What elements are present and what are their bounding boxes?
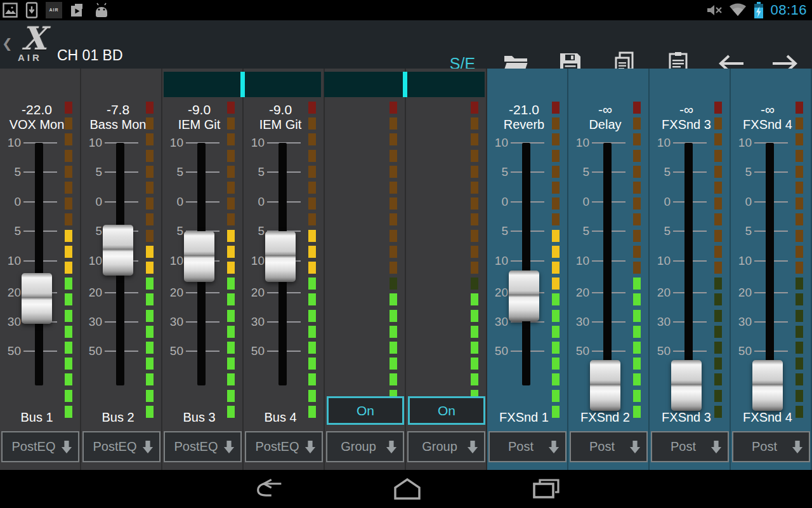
meter-segment (552, 230, 560, 242)
fader-cap[interactable] (671, 360, 702, 411)
meter-segment (796, 230, 803, 242)
meter-segment (633, 117, 641, 130)
tap-dropdown[interactable]: Group (407, 431, 485, 462)
pan-bar[interactable] (164, 72, 321, 97)
tap-dropdown-value: PostEQ (246, 439, 304, 454)
tap-dropdown[interactable]: Post (488, 431, 566, 462)
scale-tick-label: 5 (568, 224, 589, 238)
tap-dropdown[interactable]: Post (732, 431, 810, 462)
back-icon (256, 478, 284, 500)
meter-segment (308, 262, 316, 274)
send-level-value: -9.0 (244, 102, 317, 117)
meter-segment (65, 213, 72, 225)
sends-mixer-area: -22.0VOX Mon1050510203050Bus 1PostEQ-7.8… (0, 69, 812, 470)
meter-segment (65, 230, 72, 242)
scale-tick-label: 5 (0, 165, 21, 179)
meter-segment (471, 117, 478, 130)
meter-segment (308, 102, 316, 114)
tap-dropdown-value: Post (490, 439, 548, 454)
meter-segment (714, 166, 722, 178)
scale-tick-label: 5 (487, 165, 508, 179)
meter-segment (227, 197, 235, 210)
meter-segment (146, 246, 154, 258)
chevron-down-icon (792, 440, 803, 454)
back-chevron-icon[interactable]: ❮ (2, 36, 13, 51)
fader-cap[interactable] (752, 360, 783, 411)
meter-segment (796, 358, 803, 370)
channel-strip-group-6: OnGroup (406, 69, 487, 470)
tap-dropdown[interactable]: Post (570, 431, 648, 462)
meter-segment (390, 150, 397, 162)
meter-segment (552, 326, 560, 338)
scale-tick-label: 30 (162, 315, 183, 329)
meter-segment (633, 390, 641, 402)
tap-dropdown[interactable]: Post (651, 431, 729, 462)
meter-segment (390, 182, 397, 194)
meter-segment (390, 213, 397, 225)
meter-segment (796, 117, 803, 130)
strip-label: Bus 3 (162, 410, 236, 425)
fader-cap[interactable] (509, 271, 539, 321)
meter-segment (146, 230, 154, 242)
fader-cap[interactable] (184, 231, 214, 282)
xair-app-icon: AIR (46, 2, 62, 18)
scale-tick-label: 20 (81, 286, 102, 300)
send-on-button[interactable]: On (408, 396, 485, 425)
tap-dropdown[interactable]: PostEQ (1, 431, 79, 462)
nav-home-button[interactable] (392, 478, 422, 500)
meter-segment (308, 326, 316, 338)
scale-tick-label: 30 (487, 315, 508, 329)
scale-tick-label: 50 (487, 344, 508, 358)
meter-segment (227, 358, 235, 370)
fader-cap[interactable] (103, 225, 133, 276)
meter-segment (714, 117, 722, 130)
tap-dropdown-value: Post (571, 439, 629, 454)
meter-segment (308, 390, 316, 402)
tap-dropdown[interactable]: PostEQ (164, 431, 242, 462)
meter-segment (796, 390, 803, 402)
tap-dropdown[interactable]: Group (326, 431, 404, 462)
meter-segment (146, 262, 154, 274)
nav-back-button[interactable] (254, 478, 285, 500)
send-on-button[interactable]: On (327, 396, 404, 425)
fader-cap[interactable] (265, 231, 296, 282)
meter-segment (714, 310, 722, 322)
xair-logo[interactable]: X AIR (18, 20, 58, 69)
pan-bar[interactable] (324, 72, 485, 97)
scale-tick-label: 5 (81, 224, 102, 238)
scale-tick-label: 10 (244, 136, 265, 150)
tap-dropdown[interactable]: PostEQ (82, 431, 160, 462)
meter-segment (390, 117, 397, 130)
scale-tick-label: 20 (568, 286, 589, 300)
meter-segment (471, 293, 478, 305)
chevron-down-icon (223, 440, 235, 454)
fader-cap[interactable] (22, 273, 52, 324)
chevron-down-icon (467, 440, 478, 454)
meter-segment (796, 197, 803, 210)
tap-dropdown[interactable]: PostEQ (245, 431, 323, 462)
meter-segment (796, 277, 803, 290)
meter-segment (552, 342, 560, 354)
meter-segment (714, 133, 722, 145)
meter-segment (146, 358, 154, 370)
fader-cap[interactable] (590, 360, 620, 411)
meter-segment (714, 150, 722, 162)
nav-recents-button[interactable] (531, 478, 561, 500)
meter-segment (552, 310, 560, 322)
meter-segment (796, 182, 803, 194)
meter-segment (714, 390, 722, 402)
meter-segment (65, 326, 72, 338)
meter-segment (146, 213, 154, 225)
app-bar: ❮ X AIR CH 01 BD Sends S/E (0, 20, 812, 69)
meter-segment (552, 390, 560, 402)
meter-segment (552, 262, 560, 274)
meter-segment (65, 310, 72, 322)
meter-segment (714, 262, 722, 274)
meter-segment (552, 102, 560, 114)
scale-tick-label: 30 (81, 315, 102, 329)
meter-segment (227, 246, 235, 258)
meter-segment (227, 102, 235, 114)
meter-segment (146, 102, 154, 114)
meter-segment (308, 342, 316, 354)
scale-tick-label: 0 (731, 195, 752, 209)
